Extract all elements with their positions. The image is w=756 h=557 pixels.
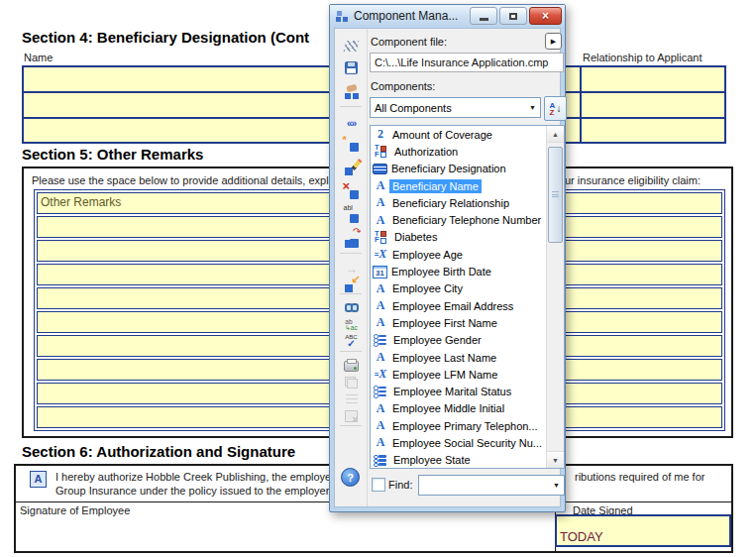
component-label: Beneficiary Designation — [388, 162, 509, 175]
minimize-button[interactable] — [470, 7, 497, 25]
spellcheck-icon[interactable]: ABC✓ — [343, 333, 360, 350]
component-list-item[interactable]: AEmployee Email Address — [371, 297, 564, 314]
component-list-item[interactable]: AEmployee Primary Telephon... — [371, 417, 564, 434]
replace-icon[interactable]: ab↳ac — [343, 316, 360, 333]
duplicate-component-icon[interactable]: ↷ — [343, 232, 360, 249]
merge-icon[interactable] — [343, 390, 360, 407]
component-list-item[interactable]: ABeneficiary Name — [371, 177, 564, 194]
help-icon[interactable]: ? — [341, 468, 360, 487]
component-list-item[interactable]: Employee Gender — [371, 332, 564, 349]
components-label: Components: — [371, 80, 435, 92]
text-field-icon: A — [373, 178, 388, 193]
authorization-line1-right: ributions required of me for — [575, 471, 704, 483]
sort-down-arrow-icon: ↓ — [556, 103, 561, 114]
sort-az-button[interactable]: AZ ↓ — [544, 96, 567, 121]
section-component-icon — [373, 164, 387, 174]
component-label: Beneficiary Name — [389, 179, 482, 193]
chevron-down-icon: ▼ — [529, 104, 536, 111]
component-list-item[interactable]: AEmployee Middle Initial — [371, 400, 564, 417]
component-list-item[interactable]: TFDiabetes — [371, 229, 564, 246]
text-field-icon: A — [373, 298, 388, 313]
print-icon[interactable] — [343, 356, 360, 373]
text-field-icon: A — [373, 435, 388, 450]
component-list-item[interactable]: Beneficiary Designation — [371, 161, 564, 177]
formula-field-icon: =X — [373, 367, 388, 382]
component-list-item[interactable]: AEmployee First Name — [371, 314, 564, 331]
component-label: Employee Last Name — [389, 351, 499, 365]
text-field-marker-icon: A — [30, 471, 47, 488]
toolbar-separator — [340, 351, 362, 352]
scroll-up-icon[interactable]: ▲ — [547, 126, 564, 143]
screen: Section 4: Beneficiary Designation (Cont… — [0, 0, 756, 557]
find-combobox[interactable]: ▼ — [418, 475, 565, 496]
rename-component-icon[interactable]: abl — [343, 207, 360, 224]
text-field-icon: A — [373, 281, 388, 296]
component-list-item[interactable]: ABeneficiary Relationship — [371, 194, 564, 211]
component-file-path[interactable]: C:\...\Life Insurance Application.cmp — [370, 53, 564, 72]
choice-field-icon — [373, 455, 389, 466]
dialog-toolbar: «»*×abl↷→↙ab↳acABC✓? — [335, 29, 368, 506]
component-label: Employee Social Security Nu... — [389, 436, 545, 450]
component-list-item[interactable]: 2Amount of Coverage — [371, 126, 564, 143]
delete-all-icon[interactable] — [343, 407, 360, 424]
component-list-item[interactable]: =XEmployee LFM Name — [371, 366, 564, 383]
list-scrollbar[interactable]: ▲ ▼ — [546, 126, 564, 468]
date-signed-field[interactable]: TODAY — [555, 514, 731, 547]
edit-component-icon[interactable] — [343, 160, 360, 176]
component-list-item[interactable]: Employee State — [371, 452, 564, 469]
authorization-line1: I hereby authorize Hobble Creek Publishi… — [55, 471, 337, 483]
find-label: Find: — [388, 479, 412, 491]
component-file-label: Component file: — [371, 36, 447, 48]
formula-field-icon: =X — [373, 247, 388, 262]
menu-arrow-button[interactable]: ▶ — [545, 33, 562, 50]
text-field-icon: A — [373, 315, 388, 330]
component-label: Beneficiary Relationship — [389, 196, 512, 210]
components-filter-value: All Components — [375, 102, 452, 114]
component-list-item[interactable]: TFAuthorization — [371, 143, 564, 160]
component-list-item[interactable]: Employee Marital Status — [371, 383, 564, 399]
component-label: Employee Gender — [390, 333, 485, 347]
components-filter-dropdown[interactable]: All Components ▼ — [370, 97, 541, 118]
component-label: Employee Marital Status — [390, 385, 514, 398]
component-label: Employee Primary Telephon... — [389, 419, 541, 433]
maximize-button[interactable] — [499, 7, 527, 25]
text-field-icon: A — [373, 195, 388, 210]
component-label: Diabetes — [391, 230, 440, 244]
components-list: 2Amount of CoverageTFAuthorizationBenefi… — [370, 125, 565, 469]
component-list-item[interactable]: AEmployee Last Name — [371, 349, 564, 366]
component-label: Beneficiary Telephone Number — [389, 213, 544, 227]
beneficiary-table-divider — [580, 67, 582, 142]
scroll-down-icon[interactable]: ▼ — [547, 451, 564, 468]
close-button[interactable]: × — [529, 7, 562, 25]
section4-title: Section 4: Beneficiary Designation (Cont — [22, 29, 309, 46]
section5-instructions-left: Please use the space below to provide ad… — [32, 174, 347, 186]
save-icon[interactable] — [343, 59, 360, 76]
new-component-icon[interactable]: * — [343, 136, 360, 153]
find-icon[interactable] — [343, 299, 360, 316]
collapse-expand-icon[interactable]: «» — [343, 115, 360, 132]
find-checkbox[interactable] — [372, 478, 385, 492]
sort-az-icon: AZ — [550, 102, 556, 116]
dialog-titlebar[interactable]: Component Mana... × — [330, 5, 565, 27]
hatch-pattern-icon[interactable] — [343, 38, 360, 55]
component-label: Amount of Coverage — [389, 128, 495, 142]
component-label: Employee First Name — [389, 316, 500, 330]
scrollbar-thumb[interactable] — [548, 147, 563, 243]
section4-name-label: Name — [24, 52, 53, 63]
share-components-icon[interactable] — [343, 83, 360, 100]
section6-title: Section 6: Authorization and Signature — [22, 443, 295, 460]
chevron-down-icon: ▼ — [553, 482, 560, 489]
import-icon[interactable]: ↙ — [343, 277, 360, 293]
section4-relationship-label: Relationship to Applicant — [583, 52, 702, 63]
delete-component-icon[interactable]: × — [343, 183, 360, 200]
component-list-item[interactable]: AEmployee Social Security Nu... — [371, 434, 564, 451]
component-list-item[interactable]: 31Employee Birth Date — [371, 263, 564, 279]
cascade-icon[interactable] — [343, 374, 360, 390]
date-field-icon: 31 — [373, 266, 387, 278]
component-list-item[interactable]: ABeneficiary Telephone Number — [371, 211, 564, 228]
component-list-item[interactable]: =XEmployee Age — [371, 246, 564, 263]
component-list-item[interactable]: AEmployee City — [371, 280, 564, 297]
component-label: Employee LFM Name — [389, 368, 500, 382]
dialog-title: Component Mana... — [354, 9, 468, 23]
text-field-icon: A — [373, 418, 388, 433]
